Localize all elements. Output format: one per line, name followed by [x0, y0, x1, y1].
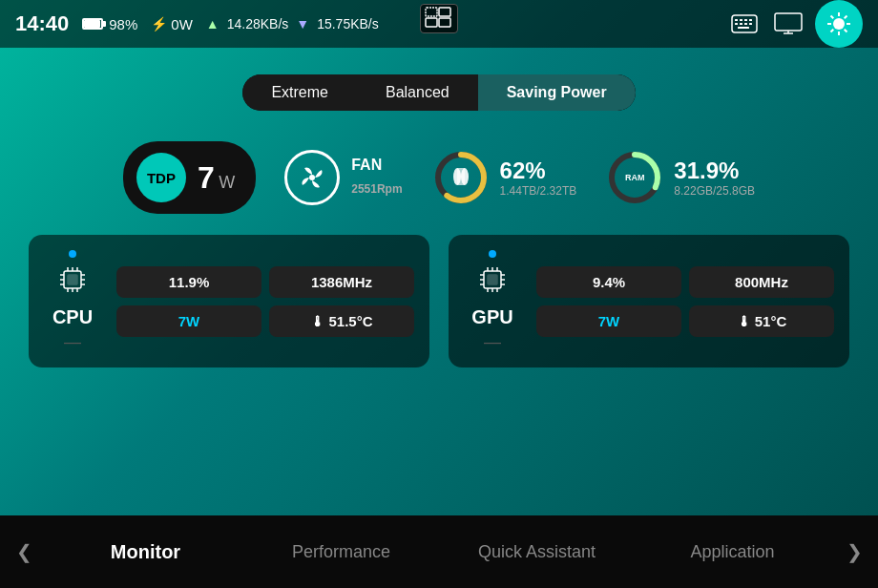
- svg-rect-3: [744, 19, 747, 21]
- cpu-dot: [69, 250, 76, 258]
- cpu-power-box: 7W: [116, 305, 261, 337]
- power-info: ⚡ 0W: [151, 16, 193, 32]
- svg-rect-23: [439, 8, 450, 16]
- cpu-label: CPU: [52, 306, 93, 328]
- fan-block: FAN 2551Rpm: [284, 150, 402, 205]
- cpu-temp-icon: 🌡: [310, 313, 324, 329]
- top-bar-left: 14:40 98% ⚡ 0W ▲ 14.28KB/s ▼ 15.75KB/s: [15, 11, 379, 36]
- svg-rect-2: [740, 19, 742, 21]
- gpu-dash: —: [484, 332, 501, 352]
- svg-rect-7: [744, 23, 747, 25]
- disk-donut-icon: [450, 168, 471, 187]
- disk-block: 62% 1.44TB/2.32TB: [431, 148, 577, 207]
- nav-quick-assistant[interactable]: Quick Assistant: [439, 515, 635, 588]
- download-arrow: ▼: [296, 16, 309, 32]
- ram-detail: 8.22GB/25.8GB: [674, 184, 755, 198]
- svg-rect-47: [68, 275, 77, 284]
- nav-performance[interactable]: Performance: [243, 515, 439, 588]
- cpu-stats: 11.9% 1386MHz 7W 🌡 51.5°C: [116, 266, 414, 337]
- upload-speed: 14.28KB/s: [227, 16, 289, 32]
- cpu-temp-box: 🌡 51.5°C: [269, 305, 414, 337]
- svg-point-26: [309, 175, 315, 180]
- balanced-mode-btn[interactable]: Balanced: [357, 74, 478, 111]
- grid-icon-top[interactable]: [420, 4, 458, 33]
- gpu-usage-box: 9.4%: [536, 266, 681, 298]
- gpu-freq-box: 800MHz: [689, 266, 834, 298]
- cpu-usage-box: 11.9%: [116, 266, 261, 298]
- svg-point-13: [833, 18, 845, 30]
- svg-rect-24: [426, 18, 437, 27]
- monitor-icon-btn[interactable]: [771, 7, 805, 41]
- bolt-icon: ⚡: [151, 16, 167, 32]
- cpu-temp-value: 51.5°C: [328, 313, 372, 329]
- svg-line-21: [831, 30, 834, 32]
- battery-info: 98%: [82, 16, 137, 32]
- gpu-power-box: 7W: [536, 305, 681, 337]
- top-bar-right: [727, 0, 863, 48]
- gpu-chip-icon: [476, 263, 509, 303]
- nav-application[interactable]: Application: [635, 515, 830, 588]
- cpu-dash: —: [64, 332, 81, 352]
- cpu-freq-box: 1386MHz: [269, 266, 414, 298]
- gpu-icon-label: GPU —: [464, 250, 521, 352]
- ram-info: 31.9% 8.22GB/25.8GB: [674, 158, 755, 198]
- tdp-badge: TDP: [136, 153, 186, 202]
- svg-rect-5: [735, 23, 738, 25]
- svg-line-18: [831, 16, 834, 19]
- tdp-unit: W: [219, 173, 235, 192]
- fan-info: FAN 2551Rpm: [351, 156, 402, 200]
- gpu-temp-value: 51°C: [755, 313, 787, 329]
- gpu-stats: 9.4% 800MHz 7W 🌡 51°C: [536, 266, 834, 337]
- gpu-card: GPU — 9.4% 800MHz 7W 🌡 51°C: [449, 235, 849, 368]
- bottom-nav: ❮ Monitor Performance Quick Assistant Ap…: [0, 515, 878, 588]
- disk-info: 62% 1.44TB/2.32TB: [500, 158, 577, 198]
- svg-line-19: [845, 30, 847, 32]
- saving-mode-btn[interactable]: Saving Power: [478, 74, 636, 111]
- svg-rect-8: [749, 23, 752, 25]
- power-mode-container: Extreme Balanced Saving Power: [242, 74, 635, 111]
- sun-icon-btn[interactable]: [815, 0, 863, 48]
- stats-row: TDP 7 W FAN 2551Rpm: [0, 141, 878, 214]
- svg-rect-10: [775, 13, 802, 31]
- ram-donut: RAM: [605, 148, 664, 207]
- fan-rpm-unit: Rpm: [377, 182, 403, 196]
- gpu-label: GPU: [471, 306, 512, 328]
- svg-rect-22: [426, 8, 437, 16]
- power-watts: 0W: [171, 16, 193, 32]
- tdp-value: 7: [198, 160, 215, 195]
- clock: 14:40: [15, 11, 69, 36]
- network-info: ▲ 14.28KB/s ▼ 15.75KB/s: [206, 16, 379, 32]
- cpu-card: CPU — 11.9% 1386MHz 7W 🌡 51.5°C: [29, 235, 429, 368]
- svg-rect-6: [740, 23, 742, 25]
- upload-arrow: ▲: [206, 16, 220, 32]
- tdp-value-group: 7 W: [198, 160, 235, 196]
- ram-inner-label: RAM: [625, 173, 645, 182]
- extreme-mode-btn[interactable]: Extreme: [242, 74, 357, 111]
- fan-label: FAN: [351, 156, 402, 174]
- tdp-block: TDP 7 W: [123, 141, 256, 214]
- svg-rect-4: [749, 19, 752, 21]
- svg-rect-25: [439, 18, 450, 27]
- nav-next-btn[interactable]: ❯: [830, 515, 878, 588]
- cpu-chip-icon: [56, 263, 89, 303]
- download-speed: 15.75KB/s: [317, 16, 379, 32]
- nav-prev-btn[interactable]: ❮: [0, 515, 48, 588]
- svg-line-20: [845, 16, 847, 19]
- disk-donut: [431, 148, 491, 207]
- disk-percent: 62%: [500, 158, 577, 184]
- fan-icon: [284, 150, 340, 205]
- battery-icon: [82, 18, 103, 30]
- disk-detail: 1.44TB/2.32TB: [500, 184, 577, 198]
- keyboard-icon-btn[interactable]: [727, 7, 762, 41]
- nav-monitor[interactable]: Monitor: [48, 515, 243, 588]
- gpu-temp-icon: 🌡: [737, 313, 751, 329]
- nav-items: Monitor Performance Quick Assistant Appl…: [48, 515, 830, 588]
- svg-rect-9: [738, 27, 749, 29]
- cpu-icon-label: CPU —: [44, 250, 101, 352]
- power-modes: Extreme Balanced Saving Power: [0, 74, 878, 111]
- hw-row: CPU — 11.9% 1386MHz 7W 🌡 51.5°C: [29, 235, 849, 368]
- ram-percent: 31.9%: [674, 158, 755, 184]
- svg-rect-61: [488, 275, 497, 284]
- ram-block: RAM 31.9% 8.22GB/25.8GB: [605, 148, 755, 207]
- svg-rect-1: [735, 19, 738, 21]
